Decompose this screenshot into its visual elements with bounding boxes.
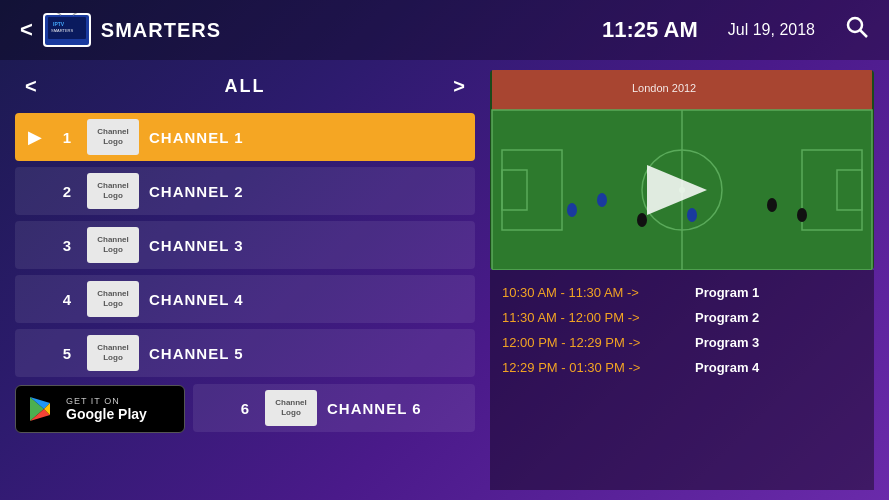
- svg-rect-6: [59, 39, 75, 42]
- epg-program: Program 3: [695, 335, 759, 350]
- channel-number: 5: [57, 345, 77, 362]
- epg-time: 12:29 PM - 01:30 PM ->: [502, 360, 687, 375]
- header: < IPTV SMARTERS SMART: [0, 0, 889, 60]
- back-button[interactable]: <: [20, 17, 33, 43]
- category-title: ALL: [225, 76, 266, 97]
- channel-name: CHANNEL 2: [149, 183, 244, 200]
- channel-logo: ChannelLogo: [87, 119, 139, 155]
- epg-time: 10:30 AM - 11:30 AM ->: [502, 285, 687, 300]
- channel-number: 3: [57, 237, 77, 254]
- play-icon: ▶: [23, 126, 47, 148]
- channel-item-5[interactable]: 5 ChannelLogo CHANNEL 5: [15, 329, 475, 377]
- svg-point-28: [637, 213, 647, 227]
- prev-category-button[interactable]: <: [25, 75, 37, 98]
- main-content: < ALL > ▶ 1 ChannelLogo CHANNEL 1 2 Chan…: [0, 60, 889, 500]
- svg-line-4: [55, 13, 61, 15]
- channel-name: CHANNEL 4: [149, 291, 244, 308]
- channel-number: 6: [235, 400, 255, 417]
- svg-point-8: [848, 18, 862, 32]
- time-display: 11:25 AM: [602, 17, 698, 43]
- date-display: Jul 19, 2018: [728, 21, 815, 39]
- channel-item-4[interactable]: 4 ChannelLogo CHANNEL 4: [15, 275, 475, 323]
- epg-item-3[interactable]: 12:00 PM - 12:29 PM -> Program 3: [502, 330, 862, 355]
- channel-item-1[interactable]: ▶ 1 ChannelLogo CHANNEL 1: [15, 113, 475, 161]
- category-nav: < ALL >: [15, 70, 475, 103]
- channel-name: CHANNEL 6: [327, 400, 422, 417]
- epg-time: 12:00 PM - 12:29 PM ->: [502, 335, 687, 350]
- epg-panel: 10:30 AM - 11:30 AM -> Program 1 11:30 A…: [490, 270, 874, 490]
- next-category-button[interactable]: >: [453, 75, 465, 98]
- svg-point-27: [597, 193, 607, 207]
- channel-logo: ChannelLogo: [87, 227, 139, 263]
- channel-item-6[interactable]: 6 ChannelLogo CHANNEL 6: [193, 384, 475, 432]
- channel-name: CHANNEL 1: [149, 129, 244, 146]
- svg-line-9: [860, 30, 867, 37]
- app-container: < IPTV SMARTERS SMART: [0, 0, 889, 500]
- svg-point-26: [567, 203, 577, 217]
- svg-point-29: [687, 208, 697, 222]
- svg-rect-7: [55, 42, 79, 45]
- video-player[interactable]: London 2012: [490, 70, 874, 270]
- channel-name: CHANNEL 3: [149, 237, 244, 254]
- svg-point-31: [797, 208, 807, 222]
- channel-logo: ChannelLogo: [87, 335, 139, 371]
- search-icon[interactable]: [845, 15, 869, 45]
- channel-number: 2: [57, 183, 77, 200]
- header-right: 11:25 AM Jul 19, 2018: [602, 15, 869, 45]
- svg-line-5: [73, 13, 79, 15]
- epg-program: Program 1: [695, 285, 759, 300]
- channel-item-3[interactable]: 3 ChannelLogo CHANNEL 3: [15, 221, 475, 269]
- brand-label: SMARTERS: [101, 19, 221, 42]
- channel-name: CHANNEL 5: [149, 345, 244, 362]
- svg-text:London 2012: London 2012: [632, 82, 696, 94]
- video-frame: London 2012: [490, 70, 874, 270]
- epg-item-1[interactable]: 10:30 AM - 11:30 AM -> Program 1: [502, 280, 862, 305]
- google-play-icon: [28, 395, 56, 423]
- right-panel: London 2012: [490, 70, 874, 490]
- svg-text:IPTV: IPTV: [53, 21, 65, 27]
- badge-text: GET IT ON Google Play: [66, 396, 147, 422]
- channel-item-2[interactable]: 2 ChannelLogo CHANNEL 2: [15, 167, 475, 215]
- channel-number: 4: [57, 291, 77, 308]
- svg-point-30: [767, 198, 777, 212]
- epg-program: Program 2: [695, 310, 759, 325]
- channel-list-panel: < ALL > ▶ 1 ChannelLogo CHANNEL 1 2 Chan…: [15, 70, 475, 490]
- svg-text:SMARTERS: SMARTERS: [51, 28, 73, 33]
- epg-time: 11:30 AM - 12:00 PM ->: [502, 310, 687, 325]
- epg-program: Program 4: [695, 360, 759, 375]
- badge-get-it-label: GET IT ON: [66, 396, 147, 406]
- channel-number: 1: [57, 129, 77, 146]
- channel-logo: ChannelLogo: [265, 390, 317, 426]
- google-play-badge[interactable]: GET IT ON Google Play: [15, 385, 185, 433]
- badge-google-play-label: Google Play: [66, 406, 147, 422]
- header-left: < IPTV SMARTERS SMART: [20, 13, 221, 47]
- epg-item-4[interactable]: 12:29 PM - 01:30 PM -> Program 4: [502, 355, 862, 380]
- channel-logo: ChannelLogo: [87, 173, 139, 209]
- channel-logo: ChannelLogo: [87, 281, 139, 317]
- epg-item-2[interactable]: 11:30 AM - 12:00 PM -> Program 2: [502, 305, 862, 330]
- app-logo: IPTV SMARTERS: [43, 13, 91, 47]
